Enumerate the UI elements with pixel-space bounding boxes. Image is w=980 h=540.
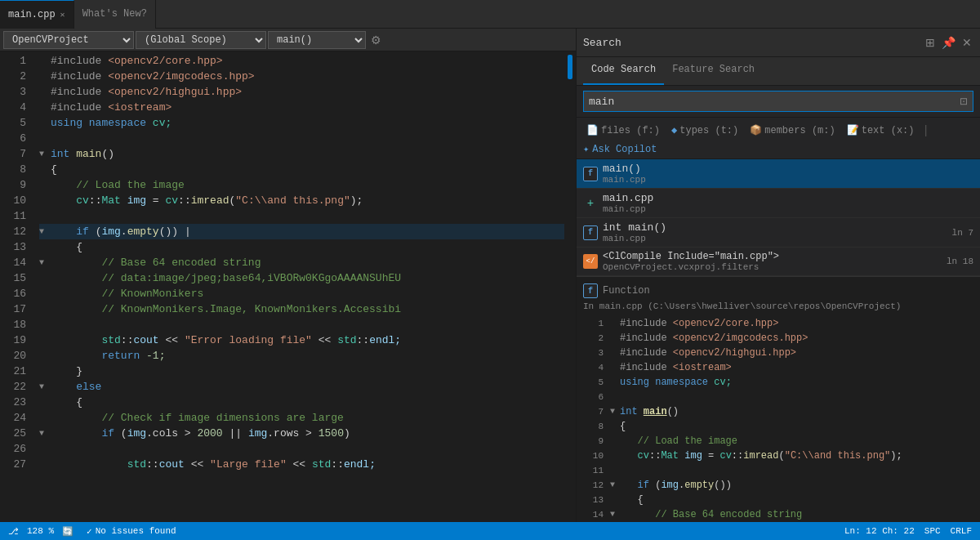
search-input-area: ⊡ (577, 86, 980, 118)
search-input-row: ⊡ (583, 91, 973, 112)
ask-copilot-btn[interactable]: ✦ Ask Copilot (583, 143, 657, 155)
function-location: In main.cpp (C:\Users\hwelliver\source\r… (583, 301, 973, 311)
tab-label: What's New? (82, 8, 147, 20)
encoding: SPC (924, 526, 941, 536)
fold-arrow-7[interactable] (39, 146, 51, 162)
search-layout-btn[interactable]: ⊡ (960, 96, 968, 107)
code-line-19: std::cout << "Error loading file" << std… (39, 332, 564, 348)
search-tabs: Code Search Feature Search (577, 57, 980, 86)
members-icon: 📦 (750, 124, 762, 136)
filter-text-btn[interactable]: 📝 text (x:) (844, 123, 918, 138)
code-line-7: int main() (39, 146, 564, 162)
preview-line-8: 8{ (583, 419, 973, 434)
result-name: main.cpp (603, 192, 973, 204)
search-results[interactable]: f main() main.cpp + main.cpp main.cpp f (577, 159, 980, 522)
preview-line-10: 10 cv::Mat img = cv::imread("C:\\and thi… (583, 449, 973, 463)
preview-line-11: 11 (583, 463, 973, 478)
result-line: ln 18 (947, 257, 973, 266)
filter-files-btn[interactable]: 📄 files (f:) (583, 123, 663, 138)
filter-members-btn[interactable]: 📦 members (m:) (746, 123, 838, 138)
fold-arrow-12[interactable] (39, 224, 51, 239)
code-line-21: } (39, 364, 564, 379)
check-icon: ✓ (87, 526, 92, 537)
preview-line-4: 4#include <iostream> (583, 360, 973, 375)
xml-icon: </ (583, 254, 598, 269)
project-select[interactable]: OpenCVProject (3, 31, 134, 49)
editor-pane: OpenCVProject (Global Scope) main() ⚙ 12… (0, 29, 576, 522)
code-lines[interactable]: #include <opencv2/core.hpp>#include <ope… (33, 51, 564, 522)
copilot-icon: ✦ (583, 143, 589, 155)
function-label: Function (603, 285, 650, 297)
func-icon: f (583, 167, 598, 181)
toolbar-settings-btn[interactable]: ⚙ (368, 32, 385, 48)
result-item-int-main[interactable]: f int main() main.cpp ln 7 (577, 218, 980, 248)
function-detail-header: f Function (583, 283, 973, 298)
status-right: Ln: 12 Ch: 22 SPC CRLF (844, 526, 972, 536)
fold-arrow-25[interactable] (39, 426, 51, 441)
result-text: <ClCompile Include="main.cpp"> OpenCVPro… (603, 251, 947, 272)
fold-arrow-14[interactable] (39, 255, 51, 270)
code-line-5: using namespace cv; (39, 115, 564, 131)
result-text: int main() main.cpp (603, 221, 952, 243)
no-issues: ✓ No issues found (87, 526, 176, 537)
code-line-3: #include <opencv2/highgui.hpp> (39, 84, 564, 100)
git-branch-icon[interactable]: ⎇ (8, 526, 19, 537)
search-pin-btn[interactable]: 📌 (940, 34, 957, 51)
result-name: main() (603, 163, 973, 175)
result-text: main.cpp main.cpp (603, 192, 973, 214)
preview-line-2: 2#include <opencv2/imgcodecs.hpp> (583, 331, 973, 346)
search-settings-btn[interactable]: ⊞ (924, 34, 937, 51)
preview-line-13: 13 { (583, 493, 973, 507)
tab-label: main.cpp (8, 9, 56, 20)
code-line-12: if (img.empty()) | (39, 224, 564, 239)
code-line-4: #include <iostream> (39, 100, 564, 115)
fold-arrow-22[interactable] (39, 379, 51, 395)
zoom-level[interactable]: 128 % (27, 526, 54, 536)
preview-line-1: 1#include <opencv2/core.hpp> (583, 316, 973, 331)
code-line-18 (39, 317, 564, 332)
tab-feature-search[interactable]: Feature Search (664, 60, 763, 85)
preview-line-14: 14▼ // Base 64 encoded string (583, 507, 973, 522)
preview-line-6: 6 (583, 390, 973, 404)
sync-icon[interactable]: 🔄 (62, 526, 74, 537)
line-numbers: 1234567891011121314151617181920212223242… (0, 51, 33, 522)
types-icon: ◆ (671, 124, 677, 136)
result-file: OpenCVProject.vcxproj.filters (603, 262, 947, 272)
title-bar: main.cpp ✕ What's New? (0, 0, 980, 29)
search-input[interactable] (589, 96, 960, 108)
filter-types-btn[interactable]: ◆ types (t:) (668, 123, 742, 138)
code-line-2: #include <opencv2/imgcodecs.hpp> (39, 69, 564, 84)
code-line-23: { (39, 395, 564, 410)
tab-main-cpp[interactable]: main.cpp ✕ (0, 0, 74, 29)
code-line-17: // KnownMonikers.Image, KnownMonikers.Ac… (39, 301, 564, 317)
result-item-main-func[interactable]: f main() main.cpp (577, 159, 980, 189)
tab-whats-new[interactable]: What's New? (74, 0, 156, 29)
code-line-20: return -1; (39, 348, 564, 364)
code-line-13: { (39, 239, 564, 255)
code-line-27: std::cout << "Large file" << std::endl; (39, 457, 564, 472)
preview-line-7: 7▼int main() (583, 404, 973, 419)
search-close-btn[interactable]: ✕ (960, 34, 973, 51)
status-left: ⎇ 128 % 🔄 (8, 526, 74, 537)
code-line-16: // KnownMonikers (39, 286, 564, 301)
tab-code-search[interactable]: Code Search (583, 60, 664, 85)
issues-text: No issues found (96, 526, 176, 536)
preview-line-9: 9 // Load the image (583, 434, 973, 449)
scope-select[interactable]: (Global Scope) (136, 31, 266, 49)
code-line-25: if (img.cols > 2000 || img.rows > 1500) (39, 426, 564, 441)
result-line: ln 7 (952, 228, 973, 238)
code-line-1: #include <opencv2/core.hpp> (39, 53, 564, 69)
function-detail: f Function In main.cpp (C:\Users\hwelliv… (577, 276, 980, 522)
tab-close-btn[interactable]: ✕ (60, 10, 65, 20)
code-line-22: else (39, 379, 564, 395)
preview-line-3: 3#include <opencv2/highgui.hpp> (583, 346, 973, 360)
code-line-14: // Base 64 encoded string (39, 255, 564, 270)
search-header-icons: ⊞ 📌 ✕ (924, 34, 973, 51)
files-icon: 📄 (586, 124, 599, 136)
result-text: main() main.cpp (603, 163, 973, 185)
result-item-main-cpp-file[interactable]: + main.cpp main.cpp (577, 189, 980, 218)
filter-row: 📄 files (f:) ◆ types (t:) 📦 members (m:)… (577, 118, 980, 159)
result-file: main.cpp (603, 204, 973, 214)
function-select[interactable]: main() (268, 31, 366, 49)
result-item-clcompile[interactable]: </ <ClCompile Include="main.cpp"> OpenCV… (577, 248, 980, 276)
